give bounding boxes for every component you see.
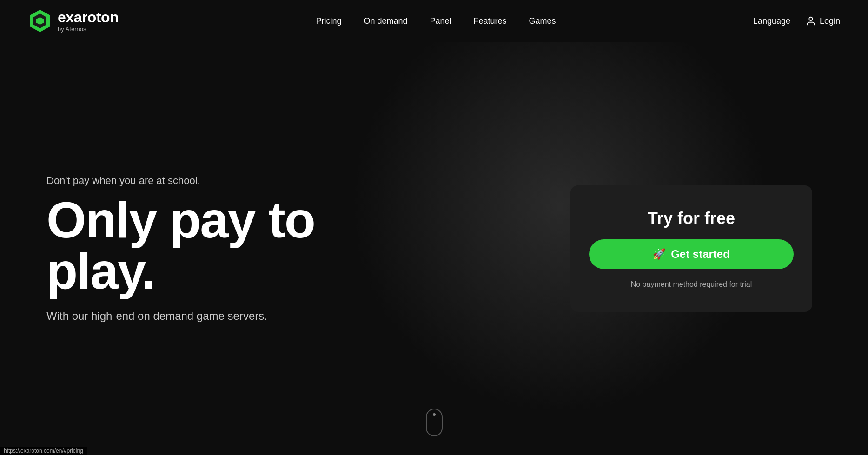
status-bar: https://exaroton.com/en/#pricing	[0, 447, 87, 455]
status-url: https://exaroton.com/en/#pricing	[4, 448, 83, 454]
logo-group: exaroton by Aternos	[28, 9, 119, 33]
hero-subtext: Don't pay when you are at school.	[46, 175, 409, 187]
get-started-label: Get started	[671, 248, 730, 261]
user-icon	[806, 16, 816, 26]
language-button[interactable]: Language	[753, 16, 790, 26]
nav-link-games[interactable]: Games	[529, 16, 556, 26]
nav-links: Pricing On demand Panel Features Games	[316, 16, 556, 26]
nav-link-on-demand[interactable]: On demand	[364, 16, 407, 26]
cta-title: Try for free	[648, 209, 735, 228]
hero-description: With our high-end on demand game servers…	[46, 310, 409, 323]
logo-subtext: by Aternos	[58, 26, 119, 33]
hero-section: Don't pay when you are at school. Only p…	[0, 42, 868, 455]
nav-link-pricing[interactable]: Pricing	[316, 16, 341, 26]
navbar: exaroton by Aternos Pricing On demand Pa…	[0, 0, 868, 42]
logo-text-group: exaroton by Aternos	[58, 9, 119, 33]
hero-content: Don't pay when you are at school. Only p…	[46, 175, 409, 323]
scroll-dot	[433, 413, 436, 416]
rocket-icon: 🚀	[653, 248, 665, 260]
logo-text: exaroton	[58, 9, 119, 26]
login-button[interactable]: Login	[806, 16, 840, 26]
nav-link-features[interactable]: Features	[474, 16, 507, 26]
scroll-indicator	[426, 409, 443, 436]
hero-title: Only pay to play.	[46, 194, 409, 297]
logo-icon	[28, 9, 52, 33]
login-label: Login	[820, 16, 840, 26]
navbar-right: Language Login	[753, 15, 840, 26]
cta-note: No payment method required for trial	[631, 280, 752, 289]
nav-divider	[798, 15, 798, 26]
svg-point-3	[809, 17, 812, 20]
cta-card: Try for free 🚀 Get started No payment me…	[570, 185, 812, 312]
nav-link-panel[interactable]: Panel	[430, 16, 451, 26]
get-started-button[interactable]: 🚀 Get started	[589, 239, 794, 269]
